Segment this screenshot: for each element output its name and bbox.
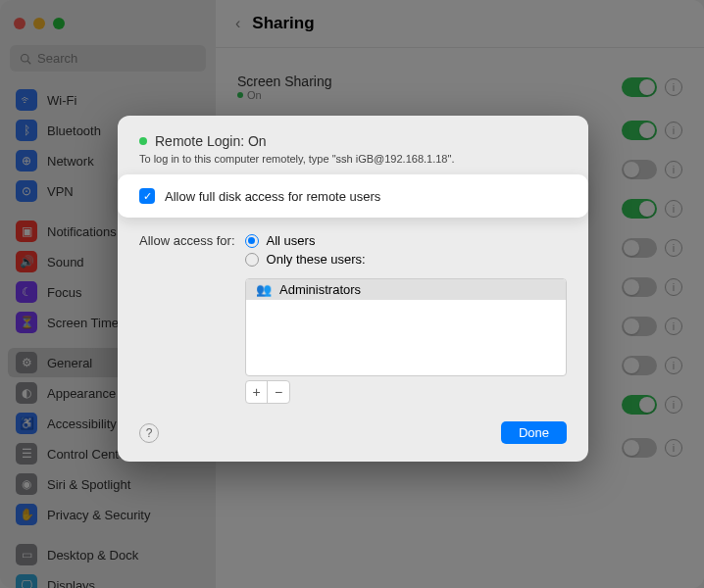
sheet-footer: ? Done — [118, 412, 588, 444]
user-list-item[interactable]: 👥 Administrators — [246, 279, 566, 300]
full-disk-checkbox[interactable]: ✓ — [139, 188, 155, 204]
help-button[interactable]: ? — [139, 423, 159, 443]
radio-label: Only these users: — [267, 252, 366, 267]
remote-login-sheet: Remote Login: On To log in to this compu… — [118, 116, 588, 462]
radio-icon — [245, 253, 259, 267]
user-list[interactable]: 👥 Administrators — [245, 278, 567, 376]
radio-icon — [245, 234, 259, 248]
radio-all-users[interactable]: All users — [245, 233, 567, 248]
sheet-title: Remote Login: On — [155, 133, 267, 149]
radio-label: All users — [267, 233, 316, 248]
done-button[interactable]: Done — [501, 421, 567, 444]
radio-only-users[interactable]: Only these users: — [245, 252, 567, 267]
checkbox-label: Allow full disk access for remote users — [165, 189, 380, 204]
remove-user-button[interactable]: − — [268, 381, 289, 403]
radio-group: All users Only these users: — [245, 233, 567, 270]
list-actions: + − — [245, 380, 290, 404]
add-user-button[interactable]: + — [246, 381, 268, 403]
access-section: Allow access for: All users Only these u… — [118, 227, 588, 276]
full-disk-access-row: ✓ Allow full disk access for remote user… — [118, 174, 588, 218]
status-dot-icon — [139, 137, 147, 145]
sheet-header: Remote Login: On — [118, 133, 588, 149]
sheet-subtitle: To log in to this computer remotely, typ… — [118, 149, 588, 174]
users-icon: 👥 — [256, 282, 272, 297]
user-name: Administrators — [279, 282, 361, 297]
access-label: Allow access for: — [139, 233, 235, 270]
